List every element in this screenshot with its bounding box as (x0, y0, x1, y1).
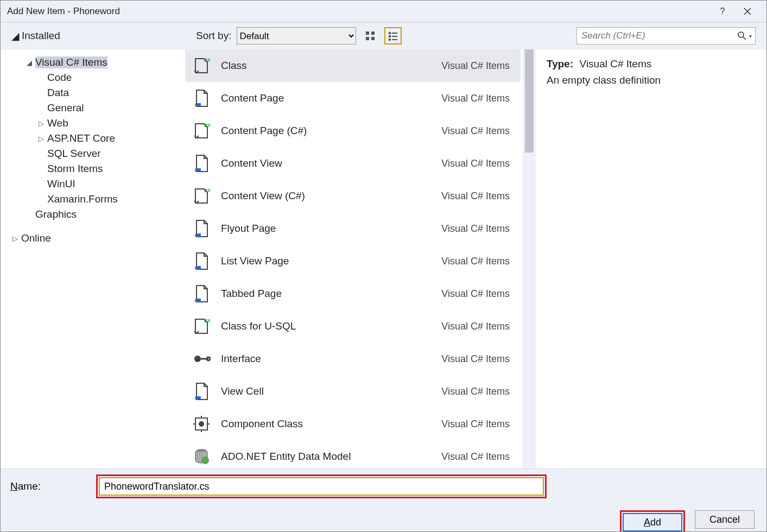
name-input[interactable] (99, 477, 544, 496)
template-category: Visual C# Items (441, 288, 510, 300)
entity-icon (191, 446, 212, 467)
template-item[interactable]: < >Content ViewVisual C# Items (185, 147, 521, 180)
template-category: Visual C# Items (441, 93, 510, 104)
svg-point-10 (738, 32, 744, 37)
tree-header-installed[interactable]: ◢ Installed (11, 30, 185, 42)
svg-text:C#: C# (204, 58, 211, 63)
template-item[interactable]: ADO.NET Entity Data ModelVisual C# Items (185, 440, 521, 468)
scrollbar[interactable] (523, 49, 536, 468)
svg-rect-6 (389, 35, 391, 37)
template-item[interactable]: C#Content Page (C#)Visual C# Items (185, 115, 521, 147)
svg-text:< >: < > (194, 396, 201, 401)
titlebar: Add New Item - Phoneword ? (1, 1, 766, 22)
tree-item[interactable]: Data (37, 85, 185, 100)
svg-rect-1 (371, 31, 375, 35)
template-name: Content View (C#) (221, 190, 433, 202)
template-item[interactable]: Component ClassVisual C# Items (185, 408, 521, 440)
svg-text:< >: < > (194, 233, 201, 238)
template-name: Interface (221, 353, 433, 365)
template-item[interactable]: C#ClassVisual C# Items (185, 49, 521, 82)
template-category: Visual C# Items (441, 125, 510, 137)
sort-label: Sort by: (196, 30, 231, 42)
tree-item[interactable]: Code (37, 70, 185, 85)
tree-item[interactable]: ▷Web (37, 116, 185, 131)
template-name: Tabbed Page (221, 288, 433, 300)
template-item[interactable]: < >View CellVisual C# Items (185, 375, 521, 408)
template-item[interactable]: C#Content View (C#)Visual C# Items (185, 180, 521, 212)
name-label: Name: (10, 480, 86, 492)
tree-item[interactable]: Storm Items (37, 161, 185, 176)
chevron-right-icon: ▷ (37, 135, 45, 143)
page-icon: < > (191, 218, 212, 239)
svg-rect-9 (392, 39, 397, 40)
svg-rect-2 (366, 37, 369, 40)
template-name: List View Page (221, 255, 433, 267)
template-name: Content View (221, 157, 433, 169)
search-box[interactable]: ▾ (576, 27, 756, 45)
main: ◢ Visual C# Items CodeDataGeneral▷Web▷AS… (1, 49, 766, 468)
chevron-right-icon: ▷ (37, 119, 45, 128)
tree-item-graphics[interactable]: Graphics (26, 207, 185, 222)
template-item[interactable]: InterfaceVisual C# Items (185, 343, 521, 375)
template-item[interactable]: < >Flyout PageVisual C# Items (185, 212, 521, 245)
tree-item[interactable]: WinUI (37, 176, 185, 192)
svg-text:< >: < > (194, 168, 201, 173)
tree-item[interactable]: SQL Server (37, 146, 185, 161)
page-icon: < > (191, 381, 212, 402)
template-category: Visual C# Items (441, 353, 510, 365)
tree-item-online[interactable]: ▷ Online (1, 231, 185, 246)
sort-select[interactable]: Default (237, 27, 356, 45)
cancel-button[interactable]: Cancel (695, 510, 755, 529)
svg-rect-3 (371, 37, 375, 40)
add-button-highlight: Add (620, 510, 685, 532)
svg-text:C#: C# (204, 318, 211, 324)
tree-item[interactable]: ▷ASP.NET Core (37, 131, 185, 146)
template-category: Visual C# Items (441, 158, 510, 169)
template-category: Visual C# Items (441, 60, 510, 72)
tree-item[interactable]: General (37, 100, 185, 116)
svg-point-30 (199, 421, 204, 427)
detail-type-label: Type: (547, 58, 573, 69)
center-panel: C#ClassVisual C# Items< >Content PageVis… (185, 49, 536, 468)
list-icon (388, 30, 398, 41)
template-item[interactable]: < >List View PageVisual C# Items (185, 245, 521, 277)
search-dropdown-icon[interactable]: ▾ (749, 33, 752, 39)
help-button[interactable]: ? (710, 2, 735, 21)
search-input[interactable] (580, 30, 737, 42)
svg-text:C#: C# (204, 188, 211, 193)
page-icon: < > (191, 283, 212, 305)
footer: Name: Add Cancel (1, 468, 766, 532)
tree-item[interactable]: Xamarin.Forms (37, 192, 185, 207)
chevron-right-icon: ▷ (11, 235, 19, 243)
svg-text:C#: C# (204, 123, 211, 128)
template-item[interactable]: < >Content PageVisual C# Items (185, 82, 521, 115)
chevron-down-icon: ◢ (11, 30, 20, 42)
close-button[interactable] (735, 2, 760, 21)
tiles-icon (365, 30, 376, 41)
template-category: Visual C# Items (441, 419, 510, 430)
scroll-thumb[interactable] (525, 49, 534, 153)
class-cs-icon: C# (191, 120, 212, 142)
svg-rect-4 (389, 32, 391, 34)
template-category: Visual C# Items (441, 223, 510, 235)
detail-type-value: Visual C# Items (580, 58, 652, 69)
template-name: Content Page (221, 92, 433, 104)
page-icon: < > (191, 153, 212, 174)
template-item[interactable]: C#Class for U-SQLVisual C# Items (185, 310, 521, 343)
template-name: ADO.NET Entity Data Model (221, 451, 433, 463)
template-name: View Cell (221, 385, 433, 397)
template-item[interactable]: < >Tabbed PageVisual C# Items (185, 277, 521, 310)
view-list-button[interactable] (384, 27, 402, 45)
toolbar: ◢ Installed Sort by: Default ▾ (1, 22, 766, 49)
svg-point-25 (194, 356, 201, 362)
template-name: Component Class (221, 418, 433, 430)
svg-rect-7 (392, 36, 397, 37)
view-tiles-button[interactable] (362, 27, 379, 45)
template-name: Content Page (C#) (221, 125, 433, 137)
add-button[interactable]: Add (623, 513, 682, 531)
class-cs-icon: C# (191, 315, 212, 337)
tree-item-csitems[interactable]: ◢ Visual C# Items (26, 55, 185, 70)
template-category: Visual C# Items (441, 386, 510, 397)
svg-rect-0 (366, 31, 369, 35)
template-category: Visual C# Items (441, 191, 510, 202)
